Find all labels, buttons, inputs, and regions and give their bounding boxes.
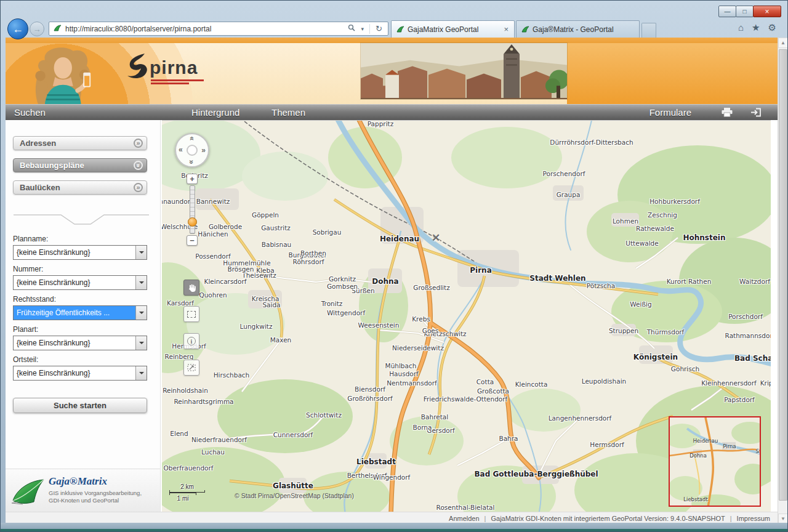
- impressum-link[interactable]: Impressum: [737, 515, 770, 522]
- field-label: Ortsteil:: [13, 355, 160, 364]
- dropdown-nummer[interactable]: {keine Einschränkung}: [13, 275, 147, 290]
- nav-item-hintergrund[interactable]: Hintergrund: [191, 107, 239, 118]
- tab-bar: GajaMatrix GeoPortal×Gaja®Matrix - GeoPo…: [391, 20, 656, 38]
- pan-right-icon[interactable]: »: [201, 147, 206, 154]
- map-place-label-rosenthal-bielatal: Rosenthal-Bielatal: [436, 504, 495, 511]
- home-icon[interactable]: ⌂: [738, 22, 744, 33]
- refresh-icon[interactable]: ↻: [372, 24, 385, 33]
- map-place-label-gohrisch: Gohrisch: [671, 365, 699, 373]
- tools-gear-icon[interactable]: ⚙: [768, 22, 776, 33]
- zoom-slider-knob[interactable]: [188, 217, 197, 227]
- zoom-slider-track[interactable]: [190, 185, 195, 234]
- address-bar[interactable]: http://miraculix:8080/portalserver/pirna…: [49, 22, 388, 36]
- tab-close-button[interactable]: ×: [502, 25, 510, 34]
- overview-map[interactable]: HeidenauPirnaDohnaStadt WehlenLiebstadt: [669, 416, 761, 507]
- browser-toolbar: ← → http://miraculix:8080/portalserver/p…: [1, 19, 776, 38]
- gajamatrix-branding: Gaja®Matrix GIS inklusive Vorgangsbearbe…: [6, 469, 160, 512]
- zoom-out-button[interactable]: −: [187, 235, 198, 246]
- rectangle-select-tool-button[interactable]: [183, 306, 199, 322]
- dropdown-arrow-button[interactable]: [135, 306, 147, 320]
- vertical-scrollbar[interactable]: ▲ ▼: [778, 38, 788, 524]
- pirna-logo-text: pirna: [150, 57, 198, 78]
- favorites-star-icon[interactable]: ★: [752, 22, 760, 33]
- browser-tab-gajamatrix-geoportal[interactable]: GajaMatrix GeoPortal×: [391, 20, 515, 38]
- pan-control[interactable]: » » » »: [175, 133, 209, 167]
- gajamatrix-title: Gaja®Matrix: [49, 475, 107, 488]
- browser-tab-gaja-matrix-geoportal[interactable]: Gaja®Matrix - GeoPortal: [516, 20, 640, 38]
- map-place-label-dohna: Dohna: [372, 277, 398, 286]
- pan-center-knob[interactable]: [187, 145, 198, 156]
- dropdown-arrow-button[interactable]: [135, 276, 147, 289]
- map-place-label-papstdorf: Papstdorf: [724, 396, 755, 403]
- zoom-in-button[interactable]: +: [187, 174, 198, 184]
- new-tab-button[interactable]: [641, 23, 656, 38]
- map-place-label-bannewitz: Bannewitz: [196, 198, 230, 205]
- accordion-bebauungspl-ne[interactable]: Bebauungspläne»: [13, 158, 147, 172]
- pan-left-icon[interactable]: »: [179, 147, 183, 154]
- move-select-tool-button[interactable]: [183, 360, 199, 376]
- map-place-label-bad-schandau: Bad Schandau: [734, 354, 771, 363]
- overview-label-pirna: Pirna: [723, 443, 736, 449]
- map-place-label-bahretal: Bahretal: [421, 413, 448, 421]
- dropdown-arrow-button[interactable]: [135, 366, 147, 380]
- map-place-label-borna: Borna: [413, 424, 432, 431]
- browser-action-icons: ⌂ ★ ⚙: [738, 22, 776, 33]
- map-place-label-schlottwitz: Schlottwitz: [306, 411, 342, 419]
- logout-icon[interactable]: [750, 107, 763, 118]
- print-icon[interactable]: [721, 107, 733, 118]
- forward-button[interactable]: →: [30, 22, 44, 36]
- dropdown-rechtsstand[interactable]: Frühzeitige Öffentlichkeits ...: [13, 305, 147, 320]
- autocomplete-caret-icon[interactable]: ▾: [358, 26, 368, 32]
- overview-label-heidenau: Heidenau: [693, 438, 718, 444]
- accordion-label: Adressen: [20, 139, 134, 148]
- scroll-up-arrow-icon[interactable]: ▲: [778, 38, 788, 48]
- map-attribution: © Stadt Pirna/OpenStreetMap (Stadtplan): [235, 492, 354, 499]
- nav-item-formulare[interactable]: Formulare: [649, 107, 691, 118]
- dropdown-planart[interactable]: {keine Einschränkung}: [13, 336, 147, 350]
- chevron-double-down-icon: »: [134, 161, 143, 170]
- map-place-label-gombsen: Gombsen: [327, 283, 358, 290]
- url-text[interactable]: http://miraculix:8080/portalserver/pirna…: [65, 25, 345, 33]
- accordion-baul-cken[interactable]: Baulücken»: [13, 180, 147, 195]
- accordion-adressen[interactable]: Adressen»: [13, 136, 147, 150]
- info-tool-button[interactable]: i: [183, 333, 199, 349]
- minimize-button[interactable]: —: [718, 6, 736, 17]
- login-link[interactable]: Anmelden: [449, 515, 480, 522]
- map-place-label-kurort-rathen: Kurort Rathen: [667, 278, 712, 285]
- dropdown-planname[interactable]: {keine Einschränkung}: [13, 245, 147, 260]
- pan-down-icon[interactable]: »: [188, 160, 195, 164]
- map-place-label-cunnersdorf: Cunnersdorf: [273, 431, 313, 438]
- dropdown-arrow-button[interactable]: [135, 246, 147, 259]
- map-area[interactable]: HeidenauPirnaDohnaStadt WehlenHohnsteinK…: [162, 120, 771, 512]
- map-place-label-lohmen: Lohmen: [613, 217, 638, 225]
- accordion-label: Baulücken: [20, 183, 134, 192]
- pan-up-icon[interactable]: »: [188, 137, 195, 141]
- dropdown-arrow-button[interactable]: [135, 336, 147, 350]
- map-place-label-maxen: Maxen: [270, 336, 292, 344]
- close-button[interactable]: ×: [753, 6, 781, 17]
- back-button[interactable]: ←: [7, 18, 28, 39]
- start-search-button[interactable]: Suche starten: [13, 398, 147, 413]
- map-place-label-hausdorf: Hausdorf: [389, 370, 419, 377]
- form-field-nummer: Nummer:{keine Einschränkung}: [13, 265, 160, 290]
- map-place-label-lungkwitz: Lungkwitz: [240, 323, 273, 330]
- caption-buttons: — □ ×: [719, 6, 781, 17]
- field-label: Planname:: [13, 235, 160, 243]
- scrollbar-thumb[interactable]: [779, 49, 787, 501]
- maximize-button[interactable]: □: [736, 6, 754, 17]
- map-place-label-weesenstein: Weesenstein: [358, 321, 400, 329]
- map-place-label-bad-gottleuba-berggie-h-bel: Bad Gottleuba-Berggießhübel: [474, 470, 598, 478]
- search-icon[interactable]: [345, 24, 358, 33]
- nav-item-themen[interactable]: Themen: [271, 107, 305, 118]
- header-banner: pirna: [6, 38, 778, 104]
- map-place-label-krippen: Krippen: [760, 379, 771, 387]
- browser-window: — □ × ← → http://miraculix:8080/portalse…: [0, 0, 788, 532]
- map-place-label-glash-tte: Glashütte: [273, 482, 313, 490]
- overview-label-dohna: Dohna: [690, 453, 707, 459]
- accordion-label: Bebauungspläne: [20, 161, 134, 170]
- pan-tool-button[interactable]: [183, 280, 199, 296]
- map-place-label-goes: Goes: [422, 327, 439, 334]
- map-place-label-zeschnig: Zeschnig: [648, 211, 677, 219]
- nav-item-suchen[interactable]: Suchen: [14, 107, 46, 118]
- dropdown-ortsteil[interactable]: {keine Einschränkung}: [13, 366, 147, 381]
